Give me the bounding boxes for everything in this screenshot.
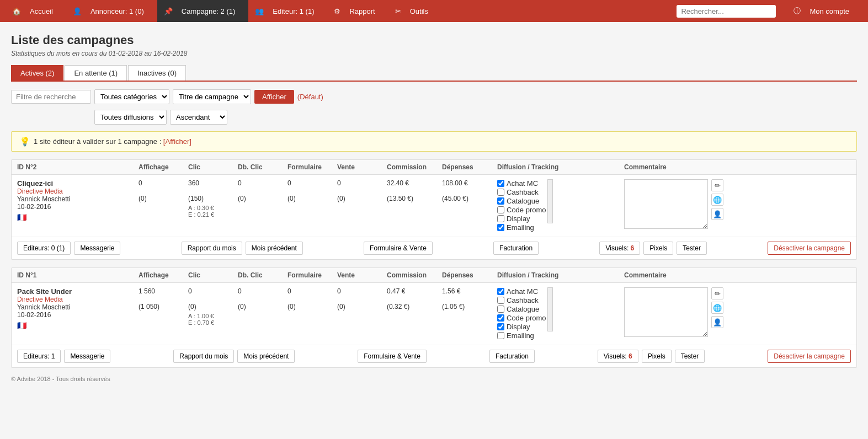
diffusion-checkbox[interactable] — [497, 288, 504, 295]
sort-field-select[interactable]: Titre de campagne — [173, 89, 251, 104]
pixels-button[interactable]: Pixels — [643, 242, 673, 255]
diffusion-checkbox[interactable] — [497, 323, 504, 330]
desactiver-button[interactable]: Désactiver la campagne — [768, 242, 851, 255]
diffusion-checkbox[interactable] — [497, 206, 504, 213]
page-subtitle: Statistiques du mois en cours du 01-02-2… — [11, 50, 857, 57]
action-icons: ✏🌐👤 — [711, 179, 723, 220]
diffusion-item: Display — [497, 323, 546, 331]
diffusion-item: Emailing — [497, 331, 546, 340]
campaign-stat-col: 0(0) — [238, 179, 287, 202]
alert-box: 💡 1 site éditeur à valider sur 1 campagn… — [11, 131, 857, 152]
edit-icon[interactable]: ✏ — [711, 287, 723, 299]
messagerie-button[interactable]: Messagerie — [74, 242, 120, 255]
nav-editeur[interactable]: 👥 Editeur: 1 (1) — [248, 0, 327, 22]
diffusion-item: Display — [497, 215, 546, 223]
diffusion-checkbox[interactable] — [497, 224, 504, 231]
campaign-flag: 🇫🇷 — [17, 213, 139, 222]
afficher-button[interactable]: Afficher — [254, 90, 294, 104]
campaign-footer: Editeurs: 1MessagerieRapport du moisMois… — [12, 345, 856, 367]
column-header: ID N°1 — [17, 271, 139, 279]
campaign-stat-col: 0(0) — [139, 179, 188, 202]
diffusion-label: Catalogue — [507, 305, 539, 313]
action-icons: ✏🌐👤 — [711, 287, 723, 328]
campaign-stat-col: 32.40 €(13.50 €) — [387, 179, 442, 202]
pixels-button[interactable]: Pixels — [642, 350, 672, 363]
column-header: Commentaire — [624, 271, 723, 279]
diffusion-checkbox[interactable] — [497, 197, 504, 205]
globe-icon[interactable]: 🌐 — [711, 194, 723, 206]
facturation-button[interactable]: Facturation — [493, 242, 539, 255]
campaign-stat-col: 0(0) — [287, 287, 337, 310]
nav-accueil[interactable]: 🏠 Accueil — [6, 0, 66, 22]
campaign-advertiser[interactable]: Directive Media — [17, 296, 139, 303]
tester-button[interactable]: Tester — [675, 350, 705, 363]
campaign-stat-col: 0(0) — [238, 287, 287, 310]
mois-precedent-button[interactable]: Mois précédent — [237, 350, 295, 363]
search-input[interactable] — [677, 5, 776, 18]
alert-icon: 💡 — [19, 136, 30, 147]
visuels-button[interactable]: Visuels: 6 — [599, 242, 640, 255]
nav-rapport[interactable]: ⚙ Rapport — [327, 0, 388, 22]
diffusion-item: Code promo — [497, 206, 546, 214]
tester-button[interactable]: Tester — [677, 242, 707, 255]
rapport-button[interactable]: Rapport du mois — [173, 350, 234, 363]
tab-inactives[interactable]: Inactives (0) — [128, 65, 186, 81]
column-header: Dépenses — [442, 271, 497, 279]
diffusion-checkbox[interactable] — [497, 314, 504, 322]
nav-outils[interactable]: ✂ Outils — [388, 0, 441, 22]
user-icon[interactable]: 👤 — [711, 208, 723, 220]
campaign-name: Pack Site Under — [17, 287, 139, 296]
nav-campagne[interactable]: 📌 Campagne: 2 (1) — [157, 0, 249, 22]
diffusion-checkbox[interactable] — [497, 180, 504, 187]
alert-link[interactable]: [Afficher] — [163, 137, 191, 146]
diffusions-select[interactable]: Toutes diffusions — [94, 110, 167, 125]
campaign-author: Yannick Moschetti — [17, 303, 139, 311]
campaign-author: Yannick Moschetti — [17, 195, 139, 203]
campaign-stat-col: 0(0) — [287, 179, 337, 202]
campaign-card-0: ID N°2AffichageClicDb. ClicFormulaireVen… — [11, 159, 857, 260]
search-filter-input[interactable] — [11, 90, 91, 104]
mois-precedent-button[interactable]: Mois précédent — [246, 242, 303, 255]
desactiver-button[interactable]: Désactiver la campagne — [768, 350, 851, 363]
comment-textarea[interactable] — [624, 179, 708, 229]
column-header: Vente — [337, 271, 387, 279]
diffusion-checkbox[interactable] — [497, 332, 504, 339]
form-vente-button[interactable]: Formulaire & Vente — [364, 242, 433, 255]
page-content: Liste des campagnes Statistiques du mois… — [0, 22, 868, 439]
diffusion-label: Emailing — [507, 223, 534, 232]
diffusion-checkbox[interactable] — [497, 215, 504, 222]
diffusion-item: Catalogue — [497, 197, 546, 205]
tab-actives[interactable]: Actives (2) — [11, 65, 63, 81]
campaign-card-1: ID N°1AffichageClicDb. ClicFormulaireVen… — [11, 267, 857, 368]
rapport-button[interactable]: Rapport du mois — [182, 242, 242, 255]
campaign-stat-col: 360(150)A : 0.30 €E : 0.21 € — [188, 179, 238, 218]
diffusion-checkbox[interactable] — [497, 306, 504, 313]
navbar: 🏠 Accueil 👤 Annonceur: 1 (0) 📌 Campagne:… — [0, 0, 868, 22]
facturation-button[interactable]: Facturation — [489, 350, 535, 363]
comment-textarea[interactable] — [624, 287, 708, 337]
campaign-date: 10-02-2016 — [17, 203, 139, 211]
form-vente-button[interactable]: Formulaire & Vente — [358, 350, 427, 363]
campaign-advertiser[interactable]: Directive Media — [17, 188, 139, 195]
defaut-link[interactable]: (Défaut) — [297, 93, 323, 101]
diffusion-checkbox[interactable] — [497, 189, 504, 196]
globe-icon[interactable]: 🌐 — [711, 302, 723, 314]
diffusion-label: Cashback — [507, 296, 539, 304]
tab-en-attente[interactable]: En attente (1) — [65, 65, 127, 81]
campaign-name: Cliquez-ici — [17, 179, 139, 188]
diffusion-checkbox[interactable] — [497, 297, 504, 304]
diffusion-scrollbar[interactable] — [547, 179, 553, 223]
edit-icon[interactable]: ✏ — [711, 179, 723, 191]
editeurs-button[interactable]: Editeurs: 1 — [17, 350, 61, 363]
mon-compte[interactable]: ⓘ Mon compte — [787, 0, 862, 22]
editeurs-button[interactable]: Editeurs: 0 (1) — [17, 242, 71, 255]
column-header: Db. Clic — [238, 271, 287, 279]
diffusion-scrollbar[interactable] — [547, 287, 553, 331]
user-icon[interactable]: 👤 — [711, 316, 723, 328]
visuels-button[interactable]: Visuels: 6 — [598, 350, 638, 363]
categories-select[interactable]: Toutes catégories — [94, 89, 169, 104]
nav-annonceur[interactable]: 👤 Annonceur: 1 (0) — [66, 0, 157, 22]
messagerie-button[interactable]: Messagerie — [64, 350, 110, 363]
order-select[interactable]: Ascendant Descendant — [170, 110, 227, 125]
column-header: Diffusion / Tracking — [497, 271, 624, 279]
